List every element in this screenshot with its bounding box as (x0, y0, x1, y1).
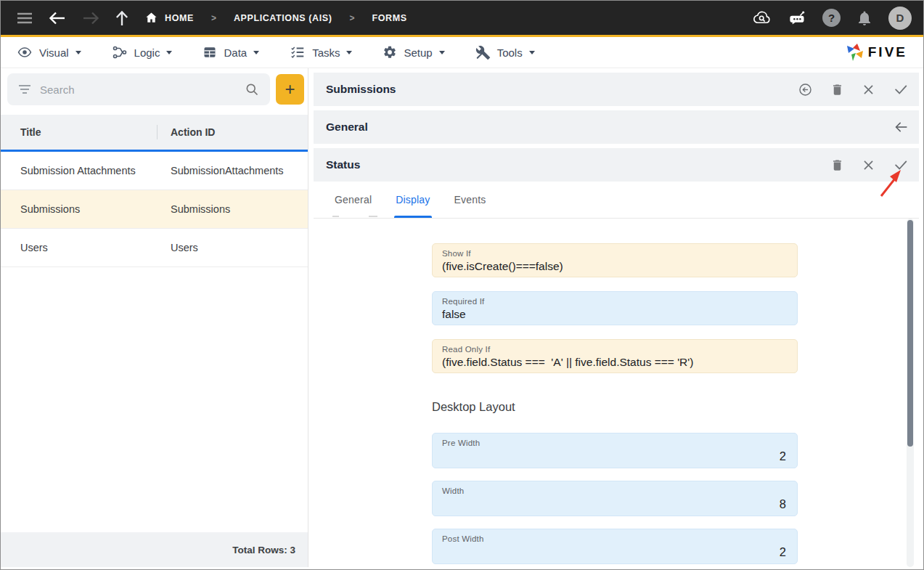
home-icon (144, 11, 158, 25)
logic-flow-icon (112, 44, 128, 60)
menu-data-label: Data (224, 46, 247, 59)
pre-width-value: 2 (442, 449, 788, 463)
hamburger-menu-icon[interactable] (17, 12, 33, 24)
required-if-label: Required If (442, 297, 788, 306)
show-if-value: (five.isCreate()===false) (442, 260, 788, 273)
menu-tools[interactable]: Tools (475, 45, 535, 60)
menu-setup-label: Setup (404, 46, 432, 59)
table-row-selected[interactable]: Submissions Submissions (1, 190, 308, 229)
close-icon[interactable] (862, 83, 875, 97)
breadcrumb-home[interactable]: HOME (144, 11, 194, 25)
save-check-icon[interactable] (893, 81, 909, 97)
table-row[interactable]: Submission Attachments SubmissionAttachm… (1, 152, 308, 190)
tab-general[interactable]: General (335, 182, 372, 218)
checklist-icon (290, 44, 306, 60)
record-detail-panel: Submissions General (314, 68, 919, 567)
search-bar (7, 73, 270, 105)
help-glyph: ? (828, 12, 835, 24)
cell-action-id: Users (157, 242, 308, 253)
breadcrumb-home-label: HOME (165, 13, 194, 23)
read-only-if-value: (five.field.Status === 'A' || five.field… (442, 356, 788, 369)
five-pinwheel-icon (846, 43, 864, 62)
post-width-field[interactable]: Post Width 2 (432, 529, 798, 564)
tab-events[interactable]: Events (454, 182, 486, 218)
show-if-label: Show If (442, 249, 788, 258)
chatbot-icon[interactable] (788, 8, 807, 28)
menu-data[interactable]: Data (203, 45, 259, 60)
clipped-content-ghost (332, 216, 339, 217)
chevron-down-icon (439, 51, 445, 54)
breadcrumb-forms[interactable]: FORMS (372, 13, 407, 23)
table-footer: Total Rows: 3 (1, 532, 308, 567)
collapse-back-arrow-icon[interactable] (894, 121, 909, 134)
restore-icon[interactable] (798, 82, 813, 97)
breadcrumb-separator: > (350, 13, 355, 23)
add-record-button[interactable]: + (276, 74, 304, 105)
scrollbar-thumb[interactable] (907, 220, 913, 447)
cell-action-id: Submissions (157, 203, 308, 215)
gear-icon (383, 45, 397, 60)
pre-width-label: Pre Width (442, 439, 788, 447)
tab-display[interactable]: Display (396, 182, 430, 218)
help-icon[interactable]: ? (822, 9, 841, 27)
table-row[interactable]: Users Users (1, 229, 308, 267)
app-window: HOME > APPLICATIONS (AIS) > FORMS (0, 0, 924, 570)
filter-icon[interactable] (18, 84, 31, 94)
tools-icon (475, 45, 491, 60)
column-header-action-id[interactable]: Action ID (157, 126, 308, 138)
menu-visual-label: Visual (39, 46, 69, 59)
top-navigation-bar: HOME > APPLICATIONS (AIS) > FORMS (1, 1, 923, 35)
plus-icon: + (285, 79, 295, 99)
user-avatar[interactable]: D (888, 7, 912, 30)
search-input[interactable] (38, 83, 237, 97)
record-title: Submissions (326, 83, 396, 96)
forward-arrow-icon[interactable] (82, 11, 99, 25)
chevron-down-icon (346, 51, 352, 54)
required-if-field[interactable]: Required If false (432, 291, 798, 325)
status-tabs: General Display Events (314, 182, 919, 219)
pre-width-field[interactable]: Pre Width 2 (432, 433, 798, 468)
up-arrow-icon[interactable] (115, 10, 128, 26)
show-if-field[interactable]: Show If (five.isCreate()===false) (432, 243, 798, 277)
close-icon[interactable] (862, 158, 875, 172)
menu-tasks-label: Tasks (312, 46, 340, 59)
cell-title: Submission Attachments (1, 165, 157, 176)
chevron-down-icon (529, 51, 535, 54)
five-logo: FIVE (846, 43, 907, 62)
cloud-search-icon[interactable] (752, 9, 772, 27)
back-arrow-icon[interactable] (49, 11, 66, 25)
display-tab-content: Show If (five.isCreate()===false) Requir… (314, 219, 919, 567)
save-check-icon[interactable] (893, 157, 909, 173)
cell-title: Submissions (1, 203, 157, 215)
scrollbar-track[interactable] (907, 219, 914, 567)
submissions-header: Submissions (314, 73, 919, 106)
required-if-value: false (442, 308, 788, 321)
main-menu-bar: Visual Logic Data Tasks Setup Tools (1, 37, 923, 68)
read-only-if-label: Read Only If (442, 345, 788, 354)
menu-tasks[interactable]: Tasks (290, 44, 352, 60)
breadcrumb-applications[interactable]: APPLICATIONS (AIS) (234, 13, 332, 23)
forms-list-panel: + Title Action ID Submission Attachments… (1, 68, 308, 567)
table-body: Submission Attachments SubmissionAttachm… (1, 152, 308, 267)
status-section-label: Status (326, 158, 360, 171)
menu-logic[interactable]: Logic (112, 44, 173, 60)
read-only-if-field[interactable]: Read Only If (five.field.Status === 'A' … (432, 339, 798, 373)
total-rows-label: Total Rows: 3 (232, 545, 295, 555)
width-field[interactable]: Width 8 (432, 481, 798, 516)
delete-icon[interactable] (830, 82, 844, 97)
breadcrumb-separator: > (211, 13, 216, 23)
width-label: Width (442, 486, 788, 495)
search-icon[interactable] (245, 82, 259, 97)
status-section-header: Status (314, 148, 919, 182)
column-header-title[interactable]: Title (1, 126, 157, 138)
table-header: Title Action ID (1, 115, 308, 152)
notifications-bell-icon[interactable] (856, 9, 873, 27)
delete-icon[interactable] (830, 158, 844, 173)
desktop-layout-heading: Desktop Layout (432, 400, 515, 414)
post-width-value: 2 (442, 545, 788, 559)
general-section-header[interactable]: General (314, 110, 919, 144)
cell-title: Users (1, 242, 157, 253)
menu-visual[interactable]: Visual (17, 44, 81, 60)
general-section-label: General (326, 121, 368, 134)
menu-setup[interactable]: Setup (383, 45, 444, 60)
